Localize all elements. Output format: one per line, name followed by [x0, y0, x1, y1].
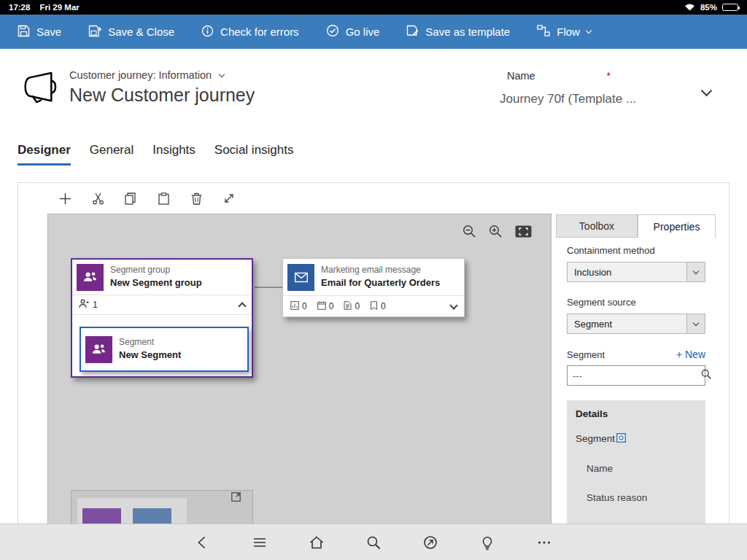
zoom-controls — [462, 225, 532, 238]
email-stat-page-icon — [370, 301, 378, 312]
segment-group-icon — [77, 264, 104, 291]
status-time: 17:28 — [9, 3, 30, 12]
record-type-selector[interactable]: Customer journey: Information — [69, 69, 224, 81]
tab-designer[interactable]: Designer — [18, 143, 71, 166]
more-button[interactable] — [536, 534, 552, 551]
flow-label: Flow — [557, 26, 580, 38]
details-title: Details — [576, 408, 697, 419]
email-tile-footer: 0 0 0 0 — [283, 296, 464, 316]
paste-button[interactable] — [156, 191, 171, 206]
minimap-email-node — [133, 508, 171, 525]
check-circle-icon — [326, 24, 339, 39]
status-date: Fri 29 Mar — [39, 3, 79, 12]
segment-group-header[interactable]: Segment group New Segment group — [72, 260, 252, 295]
details-segment-label: Segment — [576, 433, 615, 444]
segment-group-tile[interactable]: Segment group New Segment group 1 — [71, 258, 253, 378]
panel-tabs: Toolbox Properties — [556, 214, 716, 238]
save-button[interactable]: Save — [18, 25, 61, 39]
containment-method-dropdown[interactable]: Inclusion — [567, 262, 705, 282]
expand-email-chevron-icon[interactable] — [449, 301, 457, 309]
ios-status-bar: 17:28 Fri 29 Mar 85% — [0, 0, 747, 15]
expand-canvas-button[interactable] — [222, 191, 236, 206]
delete-button[interactable] — [189, 191, 204, 206]
minimap-expand-icon[interactable] — [231, 492, 241, 502]
flow-button[interactable]: Flow — [537, 25, 591, 39]
save-and-close-label: Save & Close — [108, 26, 174, 38]
panel-body: Containment method Inclusion Segment sou… — [567, 238, 705, 530]
required-asterisk: * — [607, 70, 611, 82]
go-live-button[interactable]: Go live — [326, 24, 380, 39]
record-type-chevron-icon — [219, 71, 225, 77]
segment-source-value: Segment — [574, 319, 612, 330]
fit-to-screen-button[interactable] — [515, 225, 532, 238]
zoom-out-button[interactable] — [462, 225, 476, 238]
segment-icon — [85, 336, 112, 363]
segment-name: New Segment — [119, 349, 181, 362]
page-title: New Customer journey — [69, 85, 255, 106]
segment-source-dropdown[interactable]: Segment — [567, 314, 705, 334]
lookup-search-icon[interactable] — [701, 369, 711, 382]
save-and-close-icon — [88, 25, 101, 39]
save-and-close-button[interactable]: Save & Close — [88, 25, 174, 39]
copy-button[interactable] — [123, 191, 138, 206]
menu-button[interactable] — [252, 534, 268, 551]
segment-source-dropdown-chevron-icon[interactable] — [686, 314, 705, 333]
record-type-label: Customer journey: Information — [69, 69, 212, 81]
zoom-in-button[interactable] — [489, 225, 502, 238]
save-label: Save — [36, 26, 61, 38]
search-button[interactable] — [365, 534, 382, 551]
form-tabs: Designer General Insights Social insight… — [18, 143, 294, 166]
details-name-label: Name — [587, 463, 697, 474]
customer-journey-icon — [19, 71, 61, 106]
back-button[interactable] — [195, 534, 211, 551]
wifi-icon — [684, 3, 695, 12]
details-card: Details Segment Name Status reason Modif… — [567, 400, 705, 530]
add-tile-button[interactable] — [58, 191, 72, 206]
email-stat-chart-icon — [290, 301, 299, 312]
tab-properties[interactable]: Properties — [638, 214, 716, 238]
email-stat-1: 0 — [290, 301, 307, 312]
tab-general[interactable]: General — [90, 143, 133, 166]
tab-insights[interactable]: Insights — [152, 143, 196, 166]
segment-record-icon[interactable] — [616, 433, 626, 445]
name-label: Name — [507, 70, 535, 82]
name-field-value[interactable]: Journey 70f (Template ... — [500, 92, 636, 106]
home-button[interactable] — [309, 534, 325, 551]
containment-method-label: Containment method — [567, 245, 705, 256]
collapse-group-chevron-icon[interactable] — [238, 302, 246, 310]
segment-lookup-label: Segment — [567, 349, 605, 360]
segment-tile-selected[interactable]: Segment New Segment — [80, 327, 249, 372]
check-for-errors-button[interactable]: Check for errors — [201, 25, 299, 39]
audience-count-icon — [79, 299, 89, 311]
segment-group-type-label: Segment group — [110, 265, 202, 276]
email-tile-header[interactable]: Marketing email message Email for Quarte… — [283, 259, 464, 296]
new-segment-link[interactable]: + New — [676, 349, 705, 360]
name-field-label-row: Name * — [507, 70, 611, 82]
details-status-reason-label: Status reason — [587, 492, 697, 503]
segment-search-input[interactable] — [573, 370, 701, 381]
email-stat-3: 0 — [344, 301, 360, 312]
tab-social-insights[interactable]: Social insights — [214, 143, 294, 166]
tab-toolbox[interactable]: Toolbox — [556, 214, 638, 238]
info-circle-icon — [201, 25, 214, 39]
cut-button[interactable] — [90, 191, 105, 206]
save-icon — [18, 25, 30, 39]
journey-canvas[interactable]: Segment group New Segment group 1 — [47, 214, 551, 525]
email-stat-2: 0 — [317, 301, 334, 312]
flow-chevron-icon — [586, 28, 592, 34]
quick-launch-button[interactable] — [422, 534, 438, 551]
header-expand-chevron-icon[interactable] — [703, 85, 711, 98]
containment-method-value: Inclusion — [574, 267, 611, 278]
canvas-minimap[interactable] — [71, 490, 253, 524]
email-stat-4: 0 — [370, 301, 386, 312]
segment-lookup-row: Segment + New — [567, 349, 705, 360]
tile-connector-line — [255, 287, 282, 288]
bottom-nav-bar — [0, 524, 747, 560]
email-type-label: Marketing email message — [321, 265, 440, 276]
check-for-errors-label: Check for errors — [220, 26, 299, 38]
save-as-template-button[interactable]: Save as template — [406, 25, 510, 39]
marketing-email-tile[interactable]: Marketing email message Email for Quarte… — [282, 258, 465, 317]
insights-bulb-button[interactable] — [479, 534, 495, 551]
containment-dropdown-chevron-icon[interactable] — [686, 262, 705, 281]
properties-panel: Toolbox Properties Containment method In… — [556, 183, 729, 524]
